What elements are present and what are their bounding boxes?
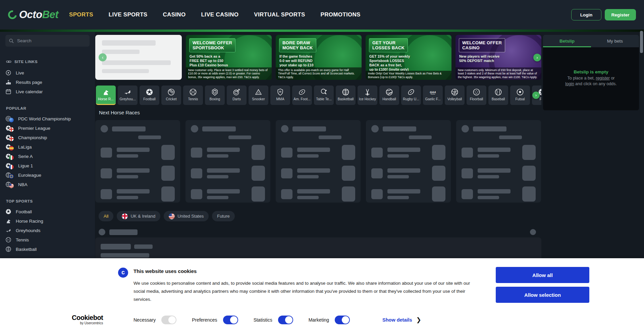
sidebar-item-basketball[interactable]: Basketball [5, 244, 90, 254]
skeleton-bar [102, 50, 140, 54]
sidebar-item-live-calendar[interactable]: Live calendar [5, 87, 90, 96]
sidebar-item-label: NBA [18, 182, 28, 187]
sports-tile-snooker[interactable]: Snooker [249, 86, 268, 105]
sports-tile-label: Volleyball [447, 97, 462, 101]
sidebar-item-nba[interactable]: NBA [5, 180, 90, 189]
sports-tile-basketball[interactable]: Basketball [336, 86, 356, 105]
futsal-icon [516, 86, 524, 96]
search-input-container[interactable] [5, 35, 90, 47]
sports-tile-table-te[interactable]: Table Te... [314, 86, 334, 105]
sports-tile-football[interactable]: Football [140, 86, 159, 105]
show-details-label: Show details [382, 317, 412, 323]
sports-tile-greyhou[interactable]: Greyhou... [118, 86, 138, 105]
sports-tile-cricket[interactable]: Cricket [161, 86, 181, 105]
skeleton-bar [207, 175, 228, 178]
nav-live-casino[interactable]: LIVE CASINO [201, 11, 238, 18]
sports-tile-futsal[interactable]: Futsal [510, 86, 530, 105]
sidebar-item-serie-a[interactable]: Serie A [5, 152, 90, 161]
skeleton-bar [117, 148, 150, 152]
promo-banner-welcome-offer-sportsbook[interactable]: WELCOME OFFERSPORTSBOOKGet 50% back as a… [186, 35, 272, 80]
sidebar-item-greyhounds[interactable]: Greyhounds [5, 226, 90, 235]
cookiebot-brand-name: Cookiebot [72, 314, 103, 322]
sidebar-item-tennis[interactable]: Tennis [5, 235, 90, 244]
sports-tile-label: Snooker [252, 97, 265, 101]
sports-tile-baseball[interactable]: Baseball [488, 86, 508, 105]
sports-tile-label: Rugby U... [403, 97, 419, 101]
skeleton-bar [319, 135, 341, 139]
show-details-link[interactable]: Show details ❯ [382, 316, 421, 324]
sidebar-item-ligue-1[interactable]: Ligue 1 [5, 161, 90, 170]
carousel-next-button[interactable]: › [533, 54, 541, 61]
globe-flag-icon [9, 118, 14, 122]
betslip-tab-my-bets[interactable]: My bets [591, 35, 639, 47]
nav-promotions[interactable]: PROMOTIONS [321, 11, 361, 18]
sidebar-item-results-page[interactable]: Results page [5, 77, 90, 87]
nav-sports[interactable]: SPORTS [69, 11, 93, 18]
sidebar-item-football[interactable]: Football [5, 207, 90, 216]
sports-tile-darts[interactable]: Darts [227, 86, 247, 105]
usa-flag-icon [169, 213, 175, 219]
filter-pill-label: United States [177, 214, 204, 219]
sports-tile-label: MMA [276, 97, 284, 101]
skeleton-bar [387, 189, 420, 193]
sports-tile-rugby-u[interactable]: Rugby U... [401, 86, 421, 105]
allow-all-button[interactable]: Allow all [496, 267, 589, 283]
promo-banner-get-your-losses-back[interactable]: GET YOURLOSSES BACKGET 15% of your weekl… [366, 35, 451, 80]
nav-live-sports[interactable]: LIVE SPORTS [109, 11, 148, 18]
cookie-toggle-preferences[interactable] [223, 316, 238, 324]
skeleton-odds-button [252, 166, 265, 181]
sidebar-item-horse-racing[interactable]: Horse Racing [5, 216, 90, 226]
sports-row-next-button[interactable]: › [532, 92, 540, 99]
sports-tile-mma[interactable]: MMA [270, 86, 290, 105]
filter-pill-uk-ireland[interactable]: UK & Ireland [117, 211, 160, 221]
skeleton-square [101, 168, 112, 178]
sports-tile-ice-hockey[interactable]: Ice Hockey [358, 86, 377, 105]
darts-icon [233, 86, 240, 96]
sports-tile-volleyball[interactable]: Volleyball [445, 86, 465, 105]
register-button[interactable]: Register [605, 9, 636, 20]
skeleton-odds-button [522, 145, 536, 160]
sports-tile-gaelic-f[interactable]: GAAGaelic F... [423, 86, 443, 105]
carousel-prev-button[interactable]: ‹ [99, 53, 107, 61]
nav-virtual-sports[interactable]: VIRTUAL SPORTS [254, 11, 305, 18]
sports-tile-am-foot[interactable]: Am. Foot... [292, 86, 312, 105]
sports-tile-boxing[interactable]: Boxing [205, 86, 225, 105]
sidebar-item-championship[interactable]: Championship [5, 133, 90, 142]
sports-tile-floorball[interactable]: Floorball [467, 86, 486, 105]
mma-icon [276, 86, 284, 96]
skeleton-square [462, 189, 473, 199]
page-scrollbar-thumb[interactable] [640, 31, 643, 53]
sidebar-item-live[interactable]: Live [5, 68, 90, 77]
sidebar-item-pdc-world-championship[interactable]: PDC World Championship [5, 114, 90, 123]
register-link[interactable]: register [596, 76, 610, 80]
filter-pill-all[interactable]: All [99, 211, 113, 221]
filter-pill-future[interactable]: Future [212, 211, 235, 221]
sports-tile-handball[interactable]: Handball [379, 86, 399, 105]
allow-selection-button[interactable]: Allow selection [496, 287, 589, 303]
cookie-toggle-group-preferences: Preferences [192, 316, 238, 324]
login-link[interactable]: login [565, 81, 574, 86]
link-icon [6, 59, 11, 64]
sidebar-item-euroleague[interactable]: Euroleague [5, 170, 90, 180]
skeleton-bar [387, 168, 420, 173]
sports-tile-horse-r[interactable]: Horse R... [96, 86, 116, 105]
sports-tile-tennis[interactable]: Tennis [183, 86, 203, 105]
skeleton-square [462, 168, 473, 178]
skeleton-bar [478, 154, 499, 158]
sports-tile-label: Cricket [166, 97, 176, 101]
octobet-logo[interactable]: OctoBet [8, 9, 58, 21]
sidebar-item-premier-league[interactable]: Premier League [5, 123, 90, 133]
nav-casino[interactable]: CASINO [163, 11, 186, 18]
promo-banner-welcome-offer-casino[interactable]: WELCOME OFFERCASINONew players will rece… [455, 35, 541, 80]
search-input[interactable] [17, 38, 86, 43]
filter-pill-united-states[interactable]: United States [164, 211, 209, 221]
betslip-tab-betslip[interactable]: Betslip [543, 35, 591, 47]
login-button[interactable]: Login [571, 9, 601, 20]
cookie-toggle-statistics[interactable] [278, 316, 293, 324]
promo-banner-bore-draw-money-back[interactable]: BORE DRAWMONEY BACKIf the game finishes0… [276, 35, 362, 80]
sidebar-item-laliga[interactable]: LaLiga [5, 142, 90, 152]
skeleton-bar [228, 135, 251, 139]
cookie-toggle-marketing[interactable] [335, 316, 350, 324]
banner-title: WELCOME OFFERCASINO [459, 38, 505, 52]
skeleton-square [191, 168, 202, 178]
